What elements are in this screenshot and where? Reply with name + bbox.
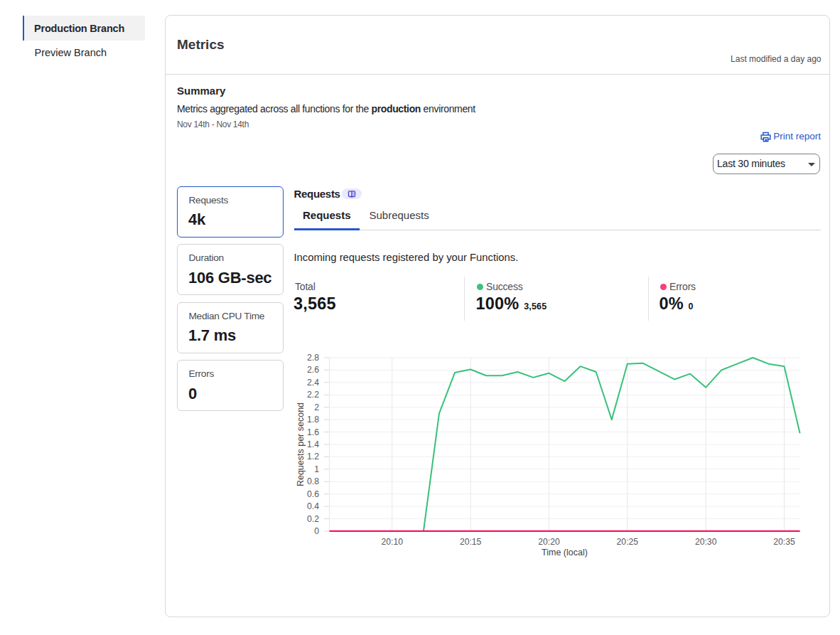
- svg-text:2.8: 2.8: [307, 353, 319, 363]
- svg-text:1.2: 1.2: [307, 452, 319, 461]
- svg-text:2.6: 2.6: [307, 365, 319, 375]
- svg-text:20:35: 20:35: [773, 537, 795, 547]
- svg-text:0.4: 0.4: [307, 501, 319, 511]
- svg-text:2.4: 2.4: [307, 378, 319, 388]
- svg-text:0: 0: [314, 526, 319, 536]
- svg-text:20:15: 20:15: [460, 537, 482, 547]
- svg-text:1.6: 1.6: [307, 427, 319, 437]
- svg-text:Requests per second: Requests per second: [296, 402, 306, 486]
- svg-text:0.8: 0.8: [307, 476, 319, 486]
- svg-text:0.2: 0.2: [307, 514, 319, 524]
- svg-text:1.4: 1.4: [307, 439, 319, 449]
- svg-text:2: 2: [314, 402, 319, 412]
- svg-text:1.8: 1.8: [307, 415, 319, 425]
- svg-text:1: 1: [314, 464, 319, 474]
- svg-text:20:20: 20:20: [538, 537, 560, 547]
- svg-text:20:30: 20:30: [695, 537, 717, 547]
- svg-text:0.6: 0.6: [307, 489, 319, 499]
- svg-text:Time (local): Time (local): [542, 548, 588, 557]
- svg-text:20:10: 20:10: [382, 537, 404, 547]
- svg-text:20:25: 20:25: [617, 537, 639, 547]
- svg-text:2.2: 2.2: [307, 390, 319, 400]
